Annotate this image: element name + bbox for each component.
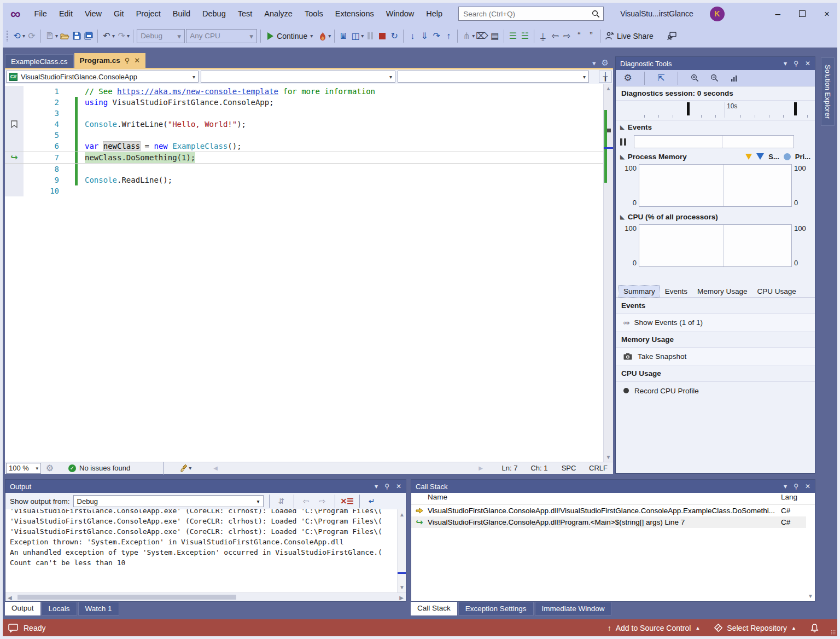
save-button[interactable] xyxy=(71,29,82,43)
close-icon[interactable]: ✕ xyxy=(805,60,810,67)
scroll-down-icon[interactable]: ▼ xyxy=(604,454,613,460)
bookmark-icon[interactable] xyxy=(5,119,24,130)
live-share-label[interactable]: Live Share xyxy=(617,32,654,40)
tab-immediate-window[interactable]: Immediate Window xyxy=(535,602,612,615)
show-diagnostics-button[interactable]: 🗏 xyxy=(338,29,349,43)
toolbar-drag-handle[interactable] xyxy=(6,30,8,42)
close-icon[interactable]: ✕ xyxy=(805,483,810,490)
project-dropdown[interactable]: C# VisualStudioFirstGlance.ConsoleApp ▾ xyxy=(6,71,199,83)
diagnostics-settings-gear-icon[interactable]: ⚙ xyxy=(622,71,633,85)
menu-item-file[interactable]: File xyxy=(28,7,53,20)
breakpoint-cursor-icon[interactable]: ⌦ xyxy=(476,29,488,43)
break-all-button[interactable] xyxy=(365,29,376,43)
issues-status-text[interactable]: No issues found xyxy=(79,464,130,472)
previous-message-icon[interactable]: ⇦ xyxy=(300,497,313,506)
window-layout-dropdown[interactable]: ▾ xyxy=(361,33,364,39)
output-horizontal-scrollbar[interactable]: ◀ ▶ xyxy=(5,592,406,601)
editor-health-icon[interactable]: ⚙ xyxy=(44,461,55,475)
account-avatar[interactable]: K xyxy=(710,7,725,21)
menu-item-view[interactable]: View xyxy=(79,7,108,20)
output-source-combo[interactable]: Debug▾ xyxy=(73,495,264,507)
menu-item-git[interactable]: Git xyxy=(108,7,130,20)
diagnostics-tab-cpu-usage[interactable]: CPU Usage xyxy=(753,286,801,297)
navigate-back-dropdown[interactable]: ▾ xyxy=(22,33,25,39)
pin-icon[interactable]: ⚲ xyxy=(794,483,798,490)
menu-item-edit[interactable]: Edit xyxy=(53,7,79,20)
clear-all-icon[interactable]: ✕☰ xyxy=(341,497,354,506)
code-editor[interactable]: 1// See https://aka.ms/new-console-templ… xyxy=(5,84,613,462)
word-wrap-icon[interactable]: ↵ xyxy=(365,497,378,506)
resize-grip[interactable] xyxy=(831,630,836,635)
tab-watch-1[interactable]: Watch 1 xyxy=(78,602,119,615)
editor-vertical-scrollbar[interactable]: ▲ ▼ xyxy=(603,84,613,462)
menu-item-window[interactable]: Window xyxy=(380,7,421,20)
uncomment-icon[interactable]: ” xyxy=(586,29,597,43)
tab-locals[interactable]: Locals xyxy=(42,602,77,615)
step-over-button[interactable]: ⇓ xyxy=(419,29,430,43)
code-line-10[interactable]: 10 xyxy=(5,185,603,196)
minimize-button[interactable]: – xyxy=(775,9,780,19)
open-folder-button[interactable] xyxy=(59,29,70,43)
stop-debugging-button[interactable] xyxy=(377,29,388,43)
save-all-button[interactable] xyxy=(83,29,94,43)
hot-reload-button[interactable] xyxy=(317,29,328,43)
tab-output[interactable]: Output xyxy=(5,602,40,615)
menu-item-project[interactable]: Project xyxy=(130,7,167,20)
show-next-statement-icon[interactable]: ⋔ xyxy=(461,29,472,43)
show-next-statement-dropdown[interactable]: ▾ xyxy=(472,33,475,39)
solution-configurations-combo[interactable]: Debug▾ xyxy=(137,29,185,43)
member-dropdown[interactable]: ▾ xyxy=(398,71,589,83)
memory-window-icon[interactable]: ▤ xyxy=(489,29,500,43)
cpu-section-header[interactable]: ◢ CPU (% of all processors) xyxy=(616,210,815,223)
current-statement-icon[interactable]: ↪ xyxy=(5,152,24,163)
show-events-link[interactable]: ∞› Show Events (1 of 1) xyxy=(616,314,815,332)
search-box[interactable] xyxy=(458,7,604,21)
menu-item-tools[interactable]: Tools xyxy=(299,7,329,20)
redo-button[interactable]: ↷ xyxy=(116,29,127,43)
code-line-2[interactable]: 2using VisualStudioFirstGlance.ConsoleAp… xyxy=(5,97,603,108)
diagnostics-timeline-ruler[interactable]: 10s xyxy=(616,101,815,120)
solution-platforms-combo[interactable]: Any CPU▾ xyxy=(186,29,257,43)
timeline-marker[interactable] xyxy=(794,102,797,115)
panel-dropdown-icon[interactable]: ▾ xyxy=(784,483,787,490)
goto-message-icon[interactable]: ⇵ xyxy=(275,497,288,506)
line-ending-indicator[interactable]: CRLF xyxy=(584,464,613,472)
call-stack-title-bar[interactable]: Call Stack ▾ ⚲ ✕ xyxy=(411,480,815,493)
code-cleanup-icon[interactable] xyxy=(179,461,190,475)
step-into-button[interactable]: ↓ xyxy=(407,29,418,43)
diagnostics-tab-summary[interactable]: Summary xyxy=(619,286,660,297)
close-button[interactable]: × xyxy=(824,9,830,19)
scroll-up-icon[interactable]: ▲ xyxy=(604,85,613,91)
comment-icon[interactable]: “ xyxy=(574,29,585,43)
timeline-marker[interactable] xyxy=(687,102,690,115)
take-snapshot-link[interactable]: Take Snapshot xyxy=(616,348,815,365)
search-input[interactable] xyxy=(462,9,592,19)
diagnostics-tab-events[interactable]: Events xyxy=(661,286,692,297)
output-log[interactable]: 'VisualStudioFirstGlance.ConsoleApp.exe'… xyxy=(5,509,406,592)
document-list-dropdown-icon[interactable]: ▾ xyxy=(592,59,596,67)
output-title-bar[interactable]: Output ▾ ⚲ ✕ xyxy=(5,480,406,493)
reset-view-chart-icon[interactable] xyxy=(728,71,739,85)
new-project-button[interactable]: 🖹 xyxy=(44,29,55,43)
undo-button[interactable]: ↶ xyxy=(101,29,112,43)
code-line-6[interactable]: 6var newClass = new ExampleClass(); xyxy=(5,141,603,152)
spaces-indicator[interactable]: SPC xyxy=(554,464,584,472)
code-line-9[interactable]: 9Console.ReadLine(); xyxy=(5,175,603,185)
step-over-curve-button[interactable]: ↷ xyxy=(431,29,442,43)
menu-item-extensions[interactable]: Extensions xyxy=(329,7,380,20)
undo-dropdown[interactable]: ▾ xyxy=(112,33,115,39)
process-memory-section-header[interactable]: ◢ Process Memory S... Pri... xyxy=(616,150,815,163)
navigate-back-button[interactable]: ⟲ xyxy=(11,29,22,43)
window-layout-button[interactable]: ◫ xyxy=(350,29,361,43)
menu-item-test[interactable]: Test xyxy=(232,7,259,20)
code-line-7[interactable]: ↪7newClass.DoSomething(1); xyxy=(5,152,603,164)
step-out-button[interactable]: ↑ xyxy=(443,29,454,43)
code-line-5[interactable]: 5 xyxy=(5,130,603,141)
code-line-8[interactable]: 8 xyxy=(5,164,603,175)
code-line-4[interactable]: 4Console.WriteLine("Hello, World!"); xyxy=(5,119,603,130)
editor-hscroll-right-icon[interactable]: ▶ xyxy=(479,465,483,471)
collapse-triangle-icon[interactable]: ◢ xyxy=(620,214,625,220)
pause-events-icon[interactable] xyxy=(620,138,626,146)
new-project-dropdown[interactable]: ▾ xyxy=(55,33,58,39)
panel-dropdown-icon[interactable]: ▾ xyxy=(784,60,787,67)
